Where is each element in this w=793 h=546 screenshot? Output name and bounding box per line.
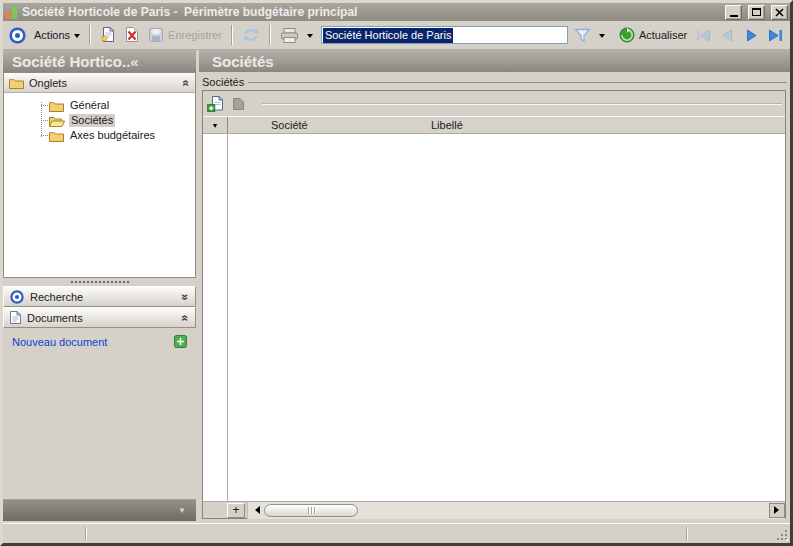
dropdown-caret-icon (74, 34, 80, 41)
grid-add-button[interactable] (207, 96, 224, 112)
new-document-button[interactable] (98, 26, 118, 44)
statusbar (3, 523, 790, 543)
grid-filter-icon: ▼ (212, 122, 219, 129)
save-icon (148, 27, 164, 43)
collapse-up-icon[interactable]: « (179, 314, 193, 321)
splitter-grip-icon (71, 281, 129, 283)
societes-group-content: ▼ Société Libellé + (202, 90, 786, 519)
group-box-label-row: Sociétés (199, 74, 787, 89)
close-icon (775, 8, 784, 17)
actions-icon-button[interactable] (7, 26, 28, 45)
toolbar-separator (89, 25, 91, 45)
app-icon (5, 6, 18, 19)
grid-indicator-header[interactable]: ▼ (203, 117, 228, 133)
tree-item-label: Général (68, 99, 111, 112)
sidebar-caption-label: Société Hortico.. (12, 53, 130, 70)
group-box-line (248, 82, 787, 83)
maximize-button[interactable] (748, 5, 765, 20)
folder-icon (49, 100, 64, 112)
refresh-button[interactable]: Actualiser (617, 26, 689, 44)
tree-item-label: Axes budgétaires (68, 129, 157, 142)
filter-dropdown-button[interactable] (597, 29, 607, 42)
documents-section-header[interactable]: Documents « (3, 307, 196, 328)
sidebar-collapsed-panel-bar[interactable]: ▼ (3, 499, 196, 521)
refresh-orb-icon (619, 27, 635, 43)
next-record-button[interactable] (744, 29, 759, 42)
delete-record-button[interactable] (122, 26, 142, 44)
close-button[interactable] (771, 5, 788, 20)
dropdown-caret-icon (599, 34, 605, 41)
scroll-left-button[interactable] (248, 503, 264, 518)
new-document-add-button[interactable] (174, 335, 187, 348)
column-header-societe[interactable]: Société (228, 117, 426, 133)
last-record-button[interactable] (768, 29, 783, 42)
main-toolbar: Actions Enregistrer (3, 21, 790, 50)
grid-indicator-column (203, 134, 228, 501)
tabs-panel: Onglets « Général Sociétés (3, 72, 196, 278)
grid-body (203, 134, 785, 501)
horizontal-scrollbar[interactable] (247, 502, 785, 519)
sidebar: Onglets « Général Sociétés (3, 72, 196, 521)
tabs-section-header[interactable]: Onglets « (4, 73, 195, 93)
tabs-section-label: Onglets (29, 77, 67, 89)
collapse-up-icon[interactable]: « (180, 79, 194, 86)
grid-delete-button[interactable] (232, 97, 245, 111)
left-arrow-icon (251, 506, 260, 514)
grid-header: ▼ Société Libellé (203, 116, 785, 134)
perimeter-input-value: Société Horticole de Paris (323, 28, 454, 43)
sync-button[interactable] (240, 26, 262, 44)
open-folder-icon (49, 115, 65, 127)
tree-item-label: Sociétés (69, 114, 115, 127)
dropdown-caret-icon (307, 34, 313, 41)
actions-dropdown-button[interactable]: Actions (32, 28, 82, 42)
folder-icon (9, 77, 24, 89)
toolbar-separator (231, 25, 233, 45)
resize-grip[interactable] (775, 528, 788, 541)
record-navigator (696, 29, 786, 42)
save-button[interactable]: Enregistrer (146, 26, 224, 44)
sidebar-collapse-icon[interactable]: « (130, 53, 138, 70)
documents-section-body: Nouveau document (3, 328, 196, 499)
previous-record-button[interactable] (720, 29, 735, 42)
new-document-link[interactable]: Nouveau document (12, 336, 107, 348)
expand-down-icon[interactable]: » (179, 293, 193, 300)
search-section-header[interactable]: Recherche » (3, 286, 196, 307)
grid-toolbar-groove (262, 103, 782, 105)
right-arrow-icon (774, 506, 783, 514)
scroll-right-button[interactable] (769, 503, 785, 518)
first-record-button[interactable] (696, 29, 711, 42)
minimize-button[interactable] (725, 5, 742, 20)
perimeter-input[interactable]: Société Horticole de Paris (321, 26, 568, 44)
document-icon (10, 311, 21, 324)
sidebar-splitter[interactable] (3, 278, 196, 286)
expand-panel-icon: ▼ (178, 506, 186, 515)
print-dropdown-button[interactable] (305, 29, 315, 42)
tree-item-general[interactable]: Général (4, 98, 195, 113)
refresh-label: Actualiser (639, 29, 687, 41)
grid-bottom-bar: + (203, 501, 785, 518)
filter-button[interactable] (572, 27, 593, 44)
grid-toolbar (203, 91, 785, 116)
toolbar-separator (269, 25, 271, 45)
tree-item-societes[interactable]: Sociétés (4, 113, 195, 128)
bullseye-icon (9, 27, 26, 44)
print-button[interactable] (278, 27, 301, 44)
scrollbar-thumb[interactable] (264, 504, 358, 517)
main-caption: Sociétés (199, 50, 790, 72)
statusbar-divider (85, 527, 87, 540)
group-box-label: Sociétés (202, 76, 244, 88)
printer-icon (280, 28, 299, 43)
sidebar-caption: Société Hortico.. « (3, 50, 196, 72)
column-header-label: Libellé (431, 119, 463, 131)
bullseye-icon (10, 290, 24, 304)
funnel-icon (574, 28, 591, 43)
add-row-button[interactable]: + (227, 503, 245, 518)
app-window: Société Horticole de Paris - Périmètre b… (0, 0, 793, 546)
maximize-icon (752, 8, 761, 16)
column-header-label: Société (271, 119, 308, 131)
new-document-row: Nouveau document (3, 335, 196, 348)
column-header-libelle[interactable]: Libellé (426, 117, 785, 133)
tree-item-axes-budgetaires[interactable]: Axes budgétaires (4, 128, 195, 143)
tabs-tree: Général Sociétés Axes budgétaires (4, 93, 195, 143)
statusbar-divider (686, 527, 688, 540)
